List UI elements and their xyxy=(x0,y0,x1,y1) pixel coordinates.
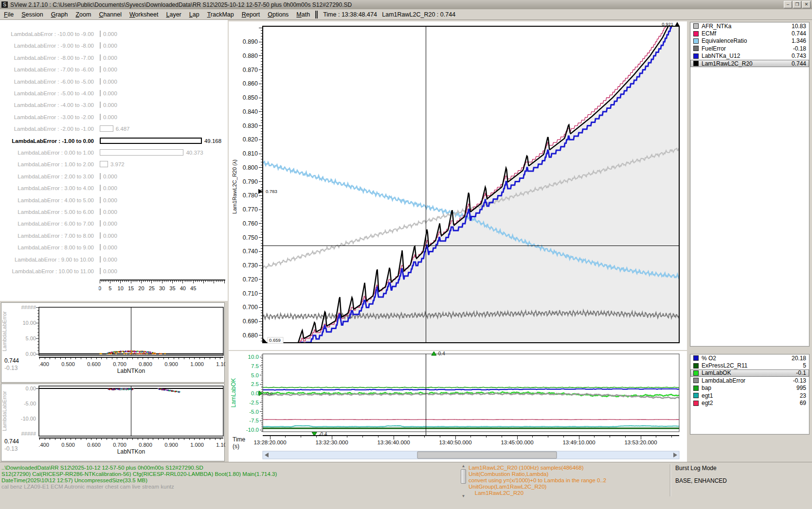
cursor-x-value: 0.744 xyxy=(4,438,19,445)
histogram-row-label: LambdaLabError : -9.00 to -8.00 xyxy=(14,42,94,50)
scatter-point xyxy=(126,353,127,354)
menu-item-session[interactable]: Session xyxy=(18,10,47,19)
channel-row-fuelerror[interactable]: FuelError-0.18 xyxy=(690,45,809,52)
channel-row-lam1rawl2c-r20[interactable]: Lam1RawL2C_R200.744 xyxy=(690,60,809,67)
histogram-row-label: LambdaLabError : 8.00 to 9.00 xyxy=(18,244,94,251)
histogram-row[interactable]: LambdaLabError : 10.00 to 11.000.000 xyxy=(0,267,228,275)
scroll-down-icon[interactable]: ▼ xyxy=(460,494,467,499)
channel-name: FuelError xyxy=(702,45,793,52)
channel-value: 69 xyxy=(800,400,806,406)
y-tick-label: 0.780 xyxy=(243,192,258,199)
channel-row-bap[interactable]: bap995 xyxy=(690,385,809,392)
status-comment-line: cal benz LZA09-E1 ECM Autronic master ch… xyxy=(1,484,174,490)
y-tick-label: 0.790 xyxy=(243,178,258,185)
y-axis-title: LambdaLabError xyxy=(1,391,7,431)
scatter-point xyxy=(112,389,113,390)
menu-item-file[interactable]: File xyxy=(0,10,18,19)
menu-item-report[interactable]: Report xyxy=(238,10,264,19)
histogram-row[interactable]: LambdaLabError : -1.00 to 0.0049.168 xyxy=(0,137,228,145)
histogram-row[interactable]: LambdaLabError : 3.00 to 4.000.000 xyxy=(0,184,228,192)
histogram-row[interactable]: LambdaLabError : 7.00 to 8.000.000 xyxy=(0,232,228,240)
timeseries-panel[interactable]: 10.07.55.02.50.0-2.5-5.0-7.5-10.0LamLabO… xyxy=(229,351,687,462)
main-lambda-chart-panel[interactable]: 0.8900.8800.8700.8600.8500.8400.8300.820… xyxy=(229,21,687,350)
histogram-axis: 051015202530354045 xyxy=(99,280,228,294)
histogram-row-label: LambdaLabError : -5.00 to -4.00 xyxy=(14,89,94,97)
scatter-point xyxy=(176,391,177,392)
channel-name: AFR_NTKa xyxy=(702,23,792,30)
scatter-lower-panel[interactable]: 0.00-5.00-10.00#####LambdaLabError0.4000… xyxy=(1,384,225,461)
histogram-value: 0.000 xyxy=(103,66,117,73)
histogram-zero-tick xyxy=(100,54,101,61)
scatter-point xyxy=(130,351,131,352)
histogram-row[interactable]: LambdaLabError : -9.00 to -8.000.000 xyxy=(0,42,228,50)
histogram-row[interactable]: LambdaLabError : 9.00 to 10.000.000 xyxy=(0,256,228,263)
status-scrollbar[interactable]: ▲ ▼ xyxy=(460,464,467,499)
channel-row-ecmf[interactable]: ECMf0.744 xyxy=(690,30,809,37)
title-bar[interactable]: S SView 2.17.10 : C:\Users\Public\Docume… xyxy=(0,0,812,9)
channel-row-labntka-u12[interactable]: LabNTKa_U120.743 xyxy=(690,53,809,60)
channel-row-afr-ntka[interactable]: AFR_NTKa10.83 xyxy=(690,22,809,30)
y-tick-label: -10.0 xyxy=(246,427,259,433)
channel-row-equivalenceratio[interactable]: EquivalenceRatio1.346 xyxy=(690,37,809,45)
channel-value: 0.744 xyxy=(792,60,806,67)
channel-row-egt1[interactable]: egt123 xyxy=(690,392,809,399)
histogram-row[interactable]: LambdaLabError : -3.00 to -2.000.000 xyxy=(0,113,228,121)
histogram-row[interactable]: LambdaLabError : -5.00 to -4.000.000 xyxy=(0,89,228,97)
menu-item-channel[interactable]: Channel xyxy=(95,10,126,19)
histogram-value: 40.373 xyxy=(186,149,203,157)
maximize-button[interactable]: ❐ xyxy=(793,1,801,8)
scatter-point xyxy=(114,351,115,352)
histogram-row[interactable]: LambdaLabError : -4.00 to -3.000.000 xyxy=(0,101,228,109)
histogram-row[interactable]: LambdaLabError : 0.00 to 1.0040.373 xyxy=(0,149,228,157)
channel-value: 23 xyxy=(800,392,806,399)
x-tick-label: 0.900 xyxy=(164,361,178,367)
menu-item-zoom[interactable]: Zoom xyxy=(72,10,95,19)
time-scrollbar-thumb[interactable] xyxy=(417,452,557,458)
x-tick-label: 0.500 xyxy=(61,361,75,367)
y-tick-label: 7.5 xyxy=(251,363,259,369)
channel-row-egt2[interactable]: egt269 xyxy=(690,399,809,406)
menu-item-graph[interactable]: Graph xyxy=(47,10,72,19)
channel-row-lambdalaberror[interactable]: LambdaLabError-0.13 xyxy=(690,377,809,384)
menu-item-worksheet[interactable]: Worksheet xyxy=(126,10,162,19)
channel-row-expressl2c-r11[interactable]: ExPressL2C_R115 xyxy=(690,362,809,369)
minimize-button[interactable]: – xyxy=(784,1,792,8)
scrollbar-thumb[interactable] xyxy=(461,469,466,484)
histogram-row[interactable]: LambdaLabError : 1.00 to 2.003.972 xyxy=(0,160,228,168)
histogram-row[interactable]: LambdaLabError : -7.00 to -6.000.000 xyxy=(0,66,228,73)
scroll-up-icon[interactable]: ▲ xyxy=(460,464,467,469)
scatter-point xyxy=(126,388,127,389)
histogram-row[interactable]: LambdaLabError : 6.00 to 7.000.000 xyxy=(0,220,228,228)
close-button[interactable]: ✕ xyxy=(802,1,811,8)
menu-item-layer[interactable]: Layer xyxy=(162,10,185,19)
histogram-row[interactable]: LambdaLabError : -2.00 to -1.006.487 xyxy=(0,125,228,133)
histogram-row[interactable]: LambdaLabError : -8.00 to -7.000.000 xyxy=(0,54,228,62)
histogram-zero-tick xyxy=(100,197,101,203)
lambda-error-histogram-panel[interactable]: LambdaLabError : -10.00 to -9.000.000Lam… xyxy=(0,20,228,301)
channel-row-lamlabok[interactable]: LamLabOK-0.1 xyxy=(690,369,809,377)
log-mode-value: BASE, ENHANCED xyxy=(675,477,727,484)
histogram-row[interactable]: LambdaLabError : 5.00 to 6.000.000 xyxy=(0,208,228,216)
window-controls: – ❐ ✕ xyxy=(784,1,811,8)
histogram-row[interactable]: LambdaLabError : -10.00 to -9.000.000 xyxy=(0,30,228,38)
x-tick-label: 0.600 xyxy=(87,442,101,448)
cursor-left-marker-value: 0.783 xyxy=(266,189,277,194)
menu-item-lap[interactable]: Lap xyxy=(185,10,203,19)
channel-value: 0.743 xyxy=(792,53,806,59)
menu-item-options[interactable]: Options xyxy=(264,10,292,19)
cursor-y-value: -0.13 xyxy=(4,365,18,371)
scatter-upper-panel[interactable]: #####10.005.000.00LambdaLabError0.4000.5… xyxy=(1,302,225,383)
scatter-point xyxy=(170,390,171,391)
channel-value: 1.346 xyxy=(792,37,806,44)
histogram-row[interactable]: LambdaLabError : 8.00 to 9.000.000 xyxy=(0,244,228,251)
y-tick-label: 0.700 xyxy=(243,304,258,311)
histogram-row[interactable]: LambdaLabError : 4.00 to 5.000.000 xyxy=(0,196,228,204)
menu-item-trackmap[interactable]: TrackMap xyxy=(203,10,238,19)
x-tick-label: 1.000 xyxy=(190,361,204,367)
histogram-row[interactable]: LambdaLabError : -6.00 to -5.000.000 xyxy=(0,78,228,86)
histogram-row[interactable]: LambdaLabError : 2.00 to 3.000.000 xyxy=(0,173,228,180)
menu-item-math[interactable]: Math xyxy=(292,10,314,19)
scatter-point xyxy=(160,353,161,354)
channel-row--o2[interactable]: % O220.18 xyxy=(690,354,809,362)
scatter-point xyxy=(116,353,117,354)
